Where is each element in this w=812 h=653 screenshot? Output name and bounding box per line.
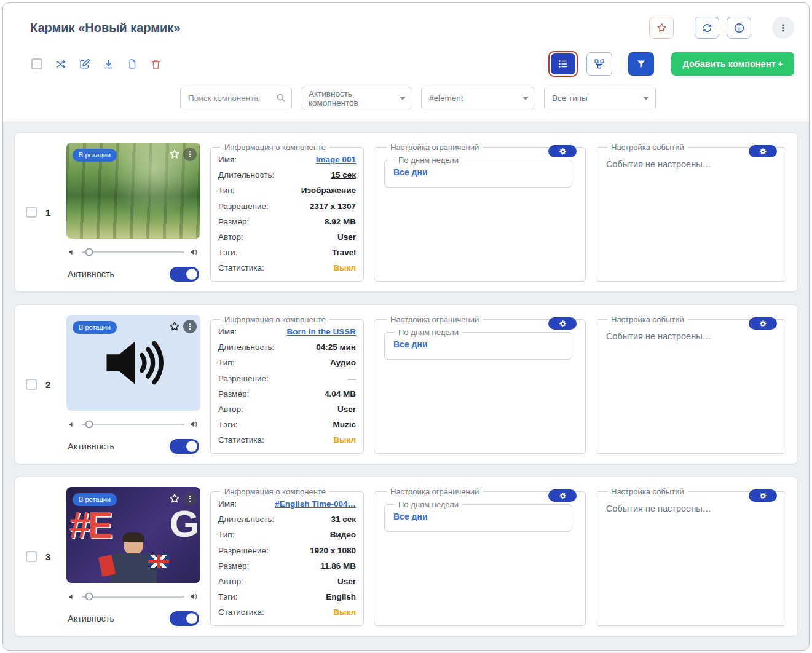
component-name-link[interactable]: #English Time-004…: [275, 499, 356, 509]
component-tags: English: [326, 592, 356, 601]
types-dropdown-value: Все типы: [552, 93, 588, 103]
weekdays-value[interactable]: Все дни: [392, 165, 564, 177]
star-icon: [658, 23, 666, 31]
favorite-icon[interactable]: [168, 320, 181, 333]
restrictions-panel: Настройка ограничений По дням недели Все…: [374, 143, 586, 282]
weekdays-value[interactable]: Все дни: [392, 509, 564, 521]
activity-label: Активность: [68, 614, 114, 623]
list-view-button[interactable]: [551, 53, 575, 74]
flow-view-button[interactable]: [586, 52, 612, 76]
rotation-badge: В ротации: [73, 149, 117, 162]
info-label-duration: Длительность:: [218, 342, 274, 352]
info-label-size: Размер:: [218, 389, 249, 398]
component-type: Изображение: [301, 186, 356, 195]
more-options-icon[interactable]: [183, 148, 197, 161]
more-options-icon[interactable]: [183, 320, 197, 333]
list-view-icon: [559, 60, 567, 68]
info-label-author: Автор:: [218, 577, 243, 586]
component-resolution: 2317 x 1307: [310, 202, 356, 211]
activity-toggle[interactable]: [170, 439, 199, 454]
volume-slider[interactable]: [68, 592, 199, 601]
info-legend: Информация о компоненте: [221, 315, 329, 324]
row-checkbox[interactable]: [26, 207, 37, 218]
volume-low-icon: [68, 248, 77, 257]
refresh-button[interactable]: [695, 17, 719, 39]
page-title: Кармик «Новый кармик»: [30, 21, 181, 35]
volume-track[interactable]: [82, 251, 184, 253]
favorite-button[interactable]: [649, 17, 674, 39]
info-label-author: Автор:: [218, 405, 243, 414]
row-checkbox[interactable]: [26, 379, 37, 390]
select-all-checkbox[interactable]: [31, 58, 42, 69]
volume-low-icon: [68, 592, 77, 601]
download-icon: [105, 60, 112, 68]
restrictions-legend: Настройка ограничений: [387, 143, 483, 152]
info-legend: Информация о компоненте: [221, 487, 329, 496]
weekdays-panel: По дням недели Все дни: [384, 328, 572, 360]
events-settings-button[interactable]: [749, 317, 777, 330]
element-dropdown[interactable]: #element: [421, 87, 535, 109]
delete-button[interactable]: [150, 58, 162, 70]
info-label-type: Тип:: [218, 186, 234, 195]
info-label-resolution: Разрешение:: [218, 546, 269, 555]
volume-low-icon: [68, 420, 77, 429]
weekdays-panel: По дням недели Все дни: [384, 156, 572, 188]
info-legend: Информация о компоненте: [221, 143, 329, 152]
component-card: 2 В ротации Активность: [14, 304, 798, 464]
events-legend: Настройка событий: [607, 487, 688, 496]
favorite-icon[interactable]: [168, 148, 181, 160]
component-thumbnail[interactable]: В ротации: [66, 315, 200, 411]
weekdays-legend: По дням недели: [395, 500, 462, 509]
gear-icon: [759, 148, 767, 156]
events-settings-button[interactable]: [749, 145, 777, 157]
component-thumbnail[interactable]: В ротации #E G: [66, 487, 200, 583]
shuffle-button[interactable]: [55, 58, 66, 70]
info-label-duration: Длительность:: [218, 515, 274, 524]
info-label-size: Размер:: [218, 217, 249, 226]
more-menu-button[interactable]: [772, 17, 794, 39]
component-thumbnail[interactable]: В ротации: [66, 143, 200, 239]
info-button[interactable]: [727, 17, 751, 39]
activity-dropdown[interactable]: Активность комопнентов: [301, 87, 412, 109]
component-name-link[interactable]: Born in the USSR: [286, 327, 356, 336]
component-info-panel: Информация о компоненте Имя:Image 001 Дл…: [210, 143, 364, 282]
document-button[interactable]: [127, 58, 138, 69]
add-component-button[interactable]: Добавить компонент +: [671, 52, 794, 76]
volume-track[interactable]: [82, 424, 184, 425]
filter-button[interactable]: [628, 52, 654, 76]
types-dropdown[interactable]: Все типы: [544, 87, 656, 109]
component-tags: Travel: [332, 248, 356, 257]
events-settings-button[interactable]: [749, 489, 777, 502]
download-button[interactable]: [103, 58, 114, 70]
row-checkbox[interactable]: [26, 551, 37, 562]
favorite-icon[interactable]: [168, 493, 181, 505]
flow-view-icon: [596, 60, 604, 68]
component-statistics: Выкл: [333, 607, 356, 617]
more-options-icon[interactable]: [183, 492, 197, 505]
filter-row: Активность комопнентов #element Все типы: [3, 77, 809, 122]
volume-slider[interactable]: [68, 419, 199, 429]
component-name-link[interactable]: Image 001: [316, 155, 356, 164]
volume-slider[interactable]: [68, 247, 199, 257]
header-actions: [649, 17, 794, 39]
component-duration[interactable]: 15 сек: [331, 170, 356, 180]
info-label-statistics: Статистика:: [218, 263, 264, 272]
component-type: Аудио: [330, 358, 356, 367]
thumbnail-art-text: #E: [69, 503, 111, 547]
volume-track[interactable]: [82, 596, 184, 598]
rotation-badge: В ротации: [73, 321, 117, 334]
info-label-tags: Тэги:: [218, 248, 237, 257]
info-label-size: Размер:: [218, 561, 249, 571]
component-list: 1 В ротации Активность: [3, 122, 809, 650]
component-duration: 31 сек: [331, 515, 356, 524]
info-label-statistics: Статистика:: [218, 607, 264, 617]
activity-toggle[interactable]: [170, 611, 199, 626]
volume-knob[interactable]: [85, 421, 93, 429]
thumbnail-art-person: [110, 536, 157, 583]
weekdays-value[interactable]: Все дни: [392, 337, 564, 349]
volume-knob[interactable]: [85, 593, 93, 601]
edit-button[interactable]: [79, 58, 90, 70]
chevron-down-icon: [522, 97, 529, 100]
activity-toggle[interactable]: [170, 267, 199, 282]
volume-knob[interactable]: [85, 248, 93, 256]
